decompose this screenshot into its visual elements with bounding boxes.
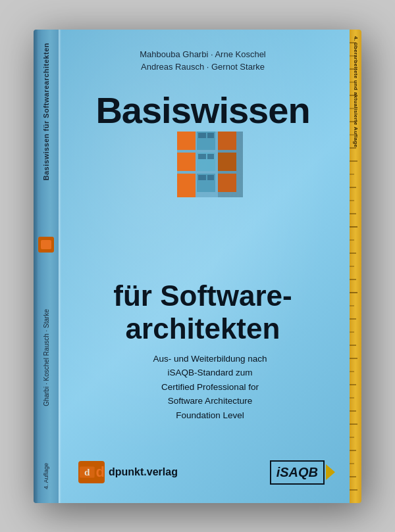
- svg-rect-15: [198, 175, 206, 180]
- subtitle-line1: Aus- und Weiterbildung nach: [153, 354, 267, 364]
- spine-left: Basiswissen für Softwarearchitekten Ghar…: [34, 30, 59, 503]
- authors-line2: Andreas Rausch · Gernot Starke: [141, 62, 265, 72]
- isaqb-arrow: [326, 464, 335, 480]
- subtitle-line5: Foundation Level: [176, 410, 244, 420]
- subtitle-line4: Software Architecture: [168, 396, 252, 406]
- book: Basiswissen für Softwarearchitekten Ghar…: [34, 30, 361, 503]
- svg-rect-12: [207, 133, 214, 138]
- title-lower-block: für Software- architekten: [59, 207, 347, 345]
- isaqb-logo: iSAQB: [270, 460, 335, 485]
- svg-rect-13: [198, 154, 206, 159]
- svg-rect-14: [207, 154, 214, 159]
- subtitle-block: Aus- und Weiterbildung nach iSAQB-Standa…: [85, 352, 335, 423]
- svg-rect-4: [177, 188, 196, 197]
- isaqb-text: iSAQB: [276, 465, 318, 480]
- scene: Basiswissen für Softwarearchitekten Ghar…: [13, 16, 382, 516]
- spine-edition: 4. Auflage: [43, 463, 49, 489]
- authors-block: Mahbouba Gharbi · Arne Koschel Andreas R…: [59, 48, 347, 74]
- ruler-edge: 4. überarbeitete und aktualisierte Aufla…: [350, 30, 361, 503]
- authors-line1: Mahbouba Gharbi · Arne Koschel: [140, 49, 266, 59]
- svg-rect-17: [218, 132, 243, 197]
- cover-front: Mahbouba Gharbi · Arne Koschel Andreas R…: [59, 30, 361, 503]
- dpunkt-logo: d dpunkt.verlag: [78, 461, 178, 483]
- svg-text:d: d: [84, 466, 90, 477]
- dpunkt-icon: d: [78, 461, 105, 483]
- spine-title: Basiswissen für Softwarearchitekten: [42, 43, 50, 180]
- building-image: [171, 125, 250, 204]
- svg-rect-16: [207, 175, 214, 180]
- title-architekten: architekten: [59, 312, 347, 345]
- publisher-name: dpunkt.verlag: [109, 466, 178, 478]
- subtitle-line2: iSAQB-Standard zum: [167, 368, 252, 377]
- bottom-logos: d dpunkt.verlag iSAQB: [78, 460, 335, 485]
- spine-publisher-icon: [38, 237, 54, 253]
- title-fur: für Software-: [59, 279, 347, 312]
- svg-rect-2: [177, 153, 196, 171]
- svg-rect-1: [177, 132, 196, 150]
- spine-authors: Gharbi · Koschel Rausch · Starke: [43, 309, 50, 406]
- isaqb-box: iSAQB: [270, 460, 325, 485]
- svg-rect-11: [198, 133, 206, 138]
- subtitle-line3: Certified Professional for: [161, 382, 259, 392]
